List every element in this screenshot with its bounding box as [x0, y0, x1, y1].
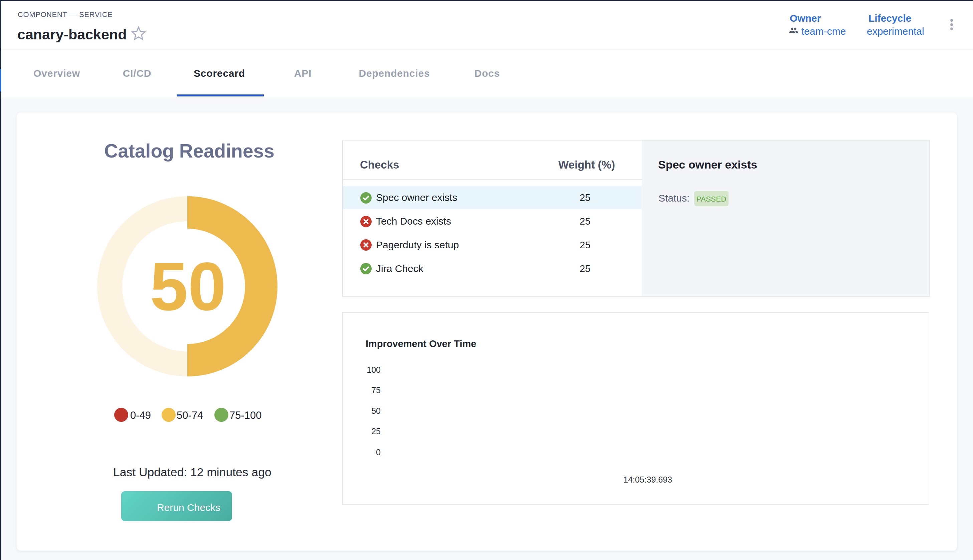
- svg-text:50: 50: [150, 248, 226, 324]
